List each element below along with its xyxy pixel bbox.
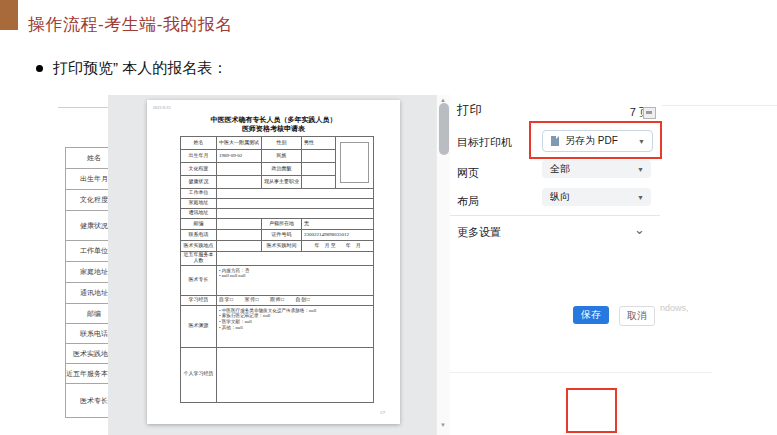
form-cell xyxy=(217,230,262,241)
chevron-down-icon[interactable]: ⌄ xyxy=(634,222,645,237)
page-number-footer: 1/7 xyxy=(380,410,385,415)
footer-divider xyxy=(450,372,712,373)
bullet-dot-icon xyxy=(36,65,43,72)
small-image-icon xyxy=(643,107,656,119)
form-cell: 户籍所在地 xyxy=(262,219,302,230)
background-page-edge xyxy=(58,107,108,108)
form-cell: 医术实践时间 xyxy=(262,241,302,252)
form-cell xyxy=(217,209,374,219)
more-settings-toggle[interactable]: 更多设置 xyxy=(457,225,687,240)
form-cell: 联系电话 xyxy=(181,230,217,241)
form-cell xyxy=(302,163,336,176)
form-cell: 健康状况 xyxy=(181,176,217,189)
form-cell: 证件号码 xyxy=(262,230,302,241)
form-cell xyxy=(302,176,336,189)
scroll-down-icon[interactable]: ▼ xyxy=(440,422,446,428)
windows-watermark-text: ndows, xyxy=(660,303,689,313)
form-cell: 姓名 xyxy=(181,137,217,150)
form-cell: 民族 xyxy=(262,150,302,163)
form-cell: 医术专长 xyxy=(181,265,217,295)
document-title-line2: 医师资格考核申请表 xyxy=(147,124,400,134)
accent-square xyxy=(0,0,18,30)
form-cell xyxy=(217,252,374,266)
print-dialog-title: 打印 xyxy=(457,102,482,119)
print-header-text: 2021/6/25 xyxy=(153,105,171,110)
form-cell: 家庭地址 xyxy=(181,199,217,209)
document-page: 2021/6/25 中医医术确有专长人员（多年实践人员） 医师资格考核申请表 姓… xyxy=(147,100,400,424)
form-cell: 男性 xyxy=(302,137,336,150)
caret-down-icon: ▼ xyxy=(637,166,651,173)
form-cell: • 中医医疗服务类非物质文化遗产传承脉络：null • 家族行医记载记录：nul… xyxy=(217,305,374,347)
form-cell: 个人学习经历 xyxy=(181,347,217,402)
print-preview-screenshot: 姓名出生年月文化程度健康状况工作单位家庭地址通讯地址邮编联系电话医术实践地点近五… xyxy=(0,95,777,435)
preview-area: 2021/6/25 中医医术确有专长人员（多年实践人员） 医师资格考核申请表 姓… xyxy=(108,95,436,435)
form-cell: 无 xyxy=(302,219,374,230)
form-cell: 通讯地址 xyxy=(181,209,217,219)
photo-box xyxy=(336,137,374,189)
form-cell xyxy=(217,163,262,176)
bullet-text: 打印预览” 本人的报名表： xyxy=(53,59,227,78)
form-cell: 医术渊源 xyxy=(181,305,217,347)
caret-down-icon: ▼ xyxy=(637,194,651,201)
form-cell: 学习经历 xyxy=(181,295,217,305)
annotation-box-save xyxy=(566,388,617,433)
cancel-button[interactable]: 取消 xyxy=(619,306,655,326)
form-cell: 邮编 xyxy=(181,219,217,230)
form-cell xyxy=(217,219,262,230)
form-cell: 性别 xyxy=(262,137,302,150)
form-cell: 1989-09-02 xyxy=(217,150,262,163)
pages-value: 全部 xyxy=(542,162,637,176)
bullet-line: 打印预览” 本人的报名表： xyxy=(36,59,227,78)
pages-dropdown[interactable]: 全部 ▼ xyxy=(542,160,651,178)
form-cell: 现从事主要职业 xyxy=(262,176,302,189)
application-form-table: 姓名中医大一附属测试性别男性出生年月1989-09-02民族文化程度政治面貌健康… xyxy=(180,136,374,403)
scrollbar-thumb[interactable] xyxy=(439,103,449,155)
slide-canvas: 操作流程-考生端-我的报名 打印预览” 本人的报名表： 姓名出生年月文化程度健康… xyxy=(0,0,777,435)
form-cell: 医术实践地点 xyxy=(181,241,217,252)
annotation-box-destination xyxy=(529,121,662,159)
form-cell: 年 月 至 年 月 xyxy=(302,241,374,252)
form-cell xyxy=(217,189,374,199)
preview-scrollbar[interactable]: ▲ ▼ xyxy=(436,95,451,435)
destination-label: 目标打印机 xyxy=(457,135,512,150)
form-cell: 出生年月 xyxy=(181,150,217,163)
layout-value: 纵向 xyxy=(542,190,637,204)
form-cell: 230022149898035012 xyxy=(302,230,374,241)
form-cell xyxy=(217,199,374,209)
form-cell: 文化程度 xyxy=(181,163,217,176)
form-cell: 政治面貌 xyxy=(262,163,302,176)
form-cell xyxy=(217,347,374,402)
pages-label: 网页 xyxy=(457,166,479,181)
form-cell: 工作单位 xyxy=(181,189,217,199)
layout-dropdown[interactable]: 纵向 ▼ xyxy=(542,188,651,206)
slide-title: 操作流程-考生端-我的报名 xyxy=(28,13,233,36)
layout-label: 布局 xyxy=(457,194,479,209)
panel-divider xyxy=(450,215,660,216)
form-cell: 中医大一附属测试 xyxy=(217,137,262,150)
save-button[interactable]: 保存 xyxy=(573,306,609,324)
form-cell xyxy=(217,241,262,252)
form-cell xyxy=(217,176,262,189)
form-cell: 近五年服务本人数 xyxy=(181,252,217,266)
form-cell xyxy=(302,150,336,163)
form-cell: • 内服方药：否 • null null null xyxy=(217,265,374,295)
form-cell: 自学□ 家传□ 跟师□ 自创□ xyxy=(217,295,374,305)
page-edge-line xyxy=(662,105,777,106)
